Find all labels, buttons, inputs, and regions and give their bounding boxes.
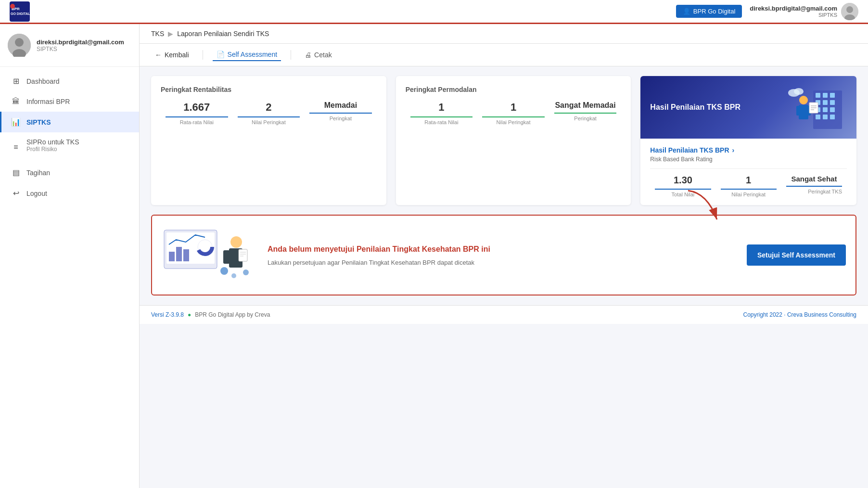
permodalan-card-title: Peringkat Permodalan	[406, 86, 622, 93]
bpr-go-digital-button[interactable]: 👤 BPR Go Digital	[676, 5, 742, 18]
tks-total-label: Total Nilai	[655, 192, 711, 197]
print-button[interactable]: 🖨 Cetak	[301, 49, 336, 61]
sidebar-user: direksi.bprdigital@gmail.com SIPTKS	[0, 24, 139, 67]
rentabilitas-rank-label: Nilai Peringkat	[238, 119, 300, 125]
chevron-right-icon: ›	[732, 146, 735, 154]
dashboard-icon: ⊞	[11, 77, 21, 86]
sidebar-item-siptks[interactable]: 📊 SIPTKS	[0, 112, 139, 132]
tks-peringkat-tks-text: Sangat Sehat	[786, 175, 842, 183]
rentabilitas-card: Peringkat Rentabilitas 1.667 Rata-rata N…	[151, 76, 386, 205]
tks-link-title: Hasil Penilaian TKS BPR	[650, 146, 729, 154]
sidebar-item-label: Informasi BPR	[26, 98, 70, 105]
svg-rect-19	[830, 107, 835, 112]
sidebar-item-tagihan[interactable]: ▤ Tagihan	[0, 162, 139, 183]
warning-illustration	[162, 225, 258, 285]
print-icon: 🖨	[305, 51, 311, 59]
approve-self-assessment-button[interactable]: Setujui Self Assessment	[747, 244, 846, 266]
rentabilitas-avg-value: 1.667	[166, 101, 228, 114]
permodalan-peringkat-text: Sangat Memadai	[554, 101, 617, 110]
rentabilitas-values: 1.667 Rata-rata Nilai 2 Nilai Peringkat …	[161, 101, 377, 125]
svg-point-32	[794, 88, 804, 95]
svg-rect-15	[823, 100, 828, 105]
tks-illustration	[784, 81, 852, 134]
svg-rect-44	[239, 249, 247, 261]
footer-copyright: Copyright 2022 · Creva Business Consulti…	[743, 311, 856, 318]
svg-rect-38	[183, 249, 189, 261]
svg-rect-11	[816, 93, 820, 98]
sidebar-item-label: Tagihan	[26, 169, 50, 177]
rentabilitas-peringkat-text: Memadai	[309, 101, 372, 110]
svg-rect-43	[223, 250, 230, 264]
siptks-icon: 📊	[11, 117, 21, 127]
footer-version: Versi Z-3.9.8	[151, 311, 184, 318]
tks-nilai-peringkat-value: 1	[721, 175, 777, 186]
permodalan-rank-label: Nilai Peringkat	[482, 119, 545, 125]
svg-point-3	[10, 4, 15, 9]
breadcrumb: TKS ▶ Laporan Penilaian Sendiri TKS	[140, 24, 868, 44]
tks-card-header-title: Hasil Penilaian TKS BPR	[650, 103, 740, 112]
warning-description: Lakukan persetujuan agar Penilaian Tingk…	[268, 259, 737, 266]
self-assessment-icon: 📄	[217, 51, 225, 58]
self-assessment-button[interactable]: 📄 Self Assessment	[213, 49, 281, 61]
svg-point-48	[220, 267, 228, 275]
svg-point-49	[231, 273, 236, 278]
sidebar-item-informasi-bpr[interactable]: 🏛 Informasi BPR	[0, 91, 139, 112]
warning-banner: Anda belum menyetujui Penilaian Tingkat …	[151, 215, 856, 295]
footer-app-label: BPR Go Digital App by Creva	[195, 311, 270, 318]
back-button[interactable]: ← Kembali	[151, 49, 193, 61]
tks-nilai-peringkat-label: Nilai Peringkat	[721, 192, 777, 197]
svg-point-41	[230, 236, 242, 248]
svg-rect-12	[823, 93, 828, 98]
header-user-role: SIPTKS	[750, 12, 837, 18]
rentabilitas-peringkat: Memadai Peringkat	[305, 101, 377, 125]
rentabilitas-card-title: Peringkat Rentabilitas	[161, 86, 377, 93]
breadcrumb-current: Laporan Penilaian Sendiri TKS	[177, 30, 269, 38]
sidebar-item-logout[interactable]: ↩ Logout	[0, 183, 139, 204]
svg-rect-22	[830, 115, 835, 119]
warning-section: Anda belum menyetujui Penilaian Tingkat …	[151, 215, 856, 295]
sidebar-avatar	[8, 34, 31, 57]
back-label: Kembali	[165, 51, 189, 59]
svg-point-23	[799, 96, 808, 104]
sidebar-item-sipro-tks[interactable]: ≡ SIPRo untuk TKS Profil Risiko	[0, 132, 139, 162]
svg-rect-13	[830, 93, 835, 98]
breadcrumb-separator: ▶	[168, 30, 173, 38]
back-icon: ←	[155, 51, 162, 59]
content-area: Peringkat Rentabilitas 1.667 Rata-rata N…	[140, 66, 868, 305]
top-header: BPR GO DIGITAL 👤 BPR Go Digital direksi.…	[0, 0, 868, 24]
rentabilitas-avg: 1.667 Rata-rata Nilai	[161, 101, 233, 125]
tks-peringkat-tks-label: Peringkat TKS	[786, 189, 842, 194]
permodalan-rank-value: 1	[482, 101, 545, 114]
tks-result-link[interactable]: Hasil Penilaian TKS BPR ›	[650, 146, 847, 154]
self-assessment-label: Self Assessment	[228, 51, 278, 58]
sipro-icon: ≡	[11, 143, 21, 152]
sidebar: direksi.bprdigital@gmail.com SIPTKS ⊞ Da…	[0, 24, 140, 488]
sidebar-user-email: direksi.bprdigital@gmail.com	[37, 39, 124, 46]
tks-card-body: Hasil Penilaian TKS BPR › Risk Based Ban…	[640, 139, 856, 205]
tagihan-icon: ▤	[11, 168, 21, 177]
green-dot-icon: ●	[188, 311, 191, 318]
tks-total-nilai: 1.30 Total Nilai	[650, 175, 715, 197]
svg-point-8	[15, 38, 24, 47]
permodalan-avg: 1 Rata-rata Nilai	[406, 101, 478, 125]
permodalan-peringkat: Sangat Memadai Peringkat	[549, 101, 622, 125]
rentabilitas-rank: 2 Nilai Peringkat	[233, 101, 305, 125]
bpr-btn-label: BPR Go Digital	[693, 8, 735, 15]
sidebar-item-label: Logout	[26, 190, 47, 197]
tks-card-subtitle: Risk Based Bank Rating	[650, 156, 847, 163]
warning-text: Anda belum menyetujui Penilaian Tingkat …	[268, 244, 737, 266]
sidebar-item-dashboard[interactable]: ⊞ Dashboard	[0, 71, 139, 91]
toolbar-divider-2	[291, 50, 291, 60]
rentabilitas-rank-value: 2	[238, 101, 300, 114]
cards-row: Peringkat Rentabilitas 1.667 Rata-rata N…	[151, 76, 856, 205]
sidebar-item-sub: Profil Risiko	[26, 146, 79, 156]
rentabilitas-peringkat-label: Peringkat	[309, 116, 372, 121]
bpr-logo-icon: BPR GO DIGITAL	[10, 1, 30, 22]
header-user-email: direksi.bprdigital@gmail.com	[750, 5, 837, 12]
tks-result-card: Hasil Penilaian TKS BPR	[640, 76, 856, 205]
permodalan-peringkat-label: Peringkat	[554, 116, 617, 121]
warning-title: Anda belum menyetujui Penilaian Tingkat …	[268, 244, 737, 255]
tks-peringkat-tks: Sangat Sehat Peringkat TKS	[781, 175, 847, 197]
print-label: Cetak	[314, 51, 332, 59]
user-icon: 👤	[683, 8, 690, 15]
